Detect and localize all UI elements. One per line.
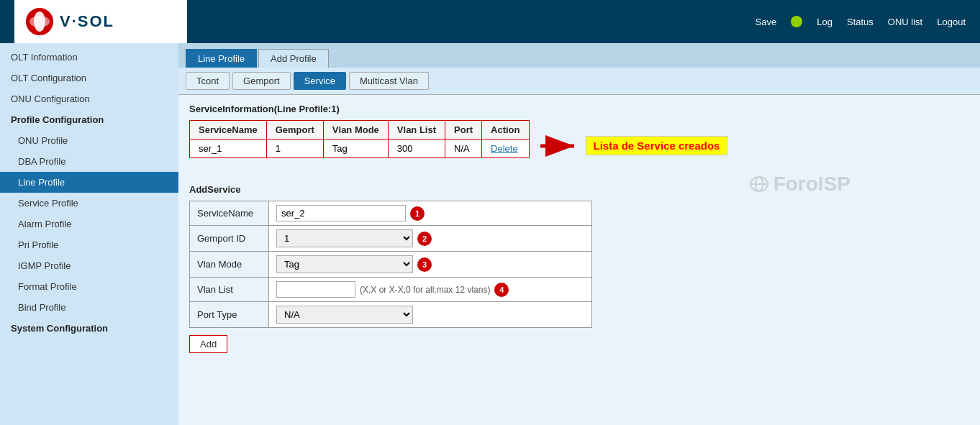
sidebar-item-format-profile[interactable]: Format Profile <box>0 276 178 297</box>
sidebar-item-olt-info[interactable]: OLT Information <box>0 47 178 68</box>
cell-service-name: ser_1 <box>190 140 267 158</box>
logo-area: V·SOL <box>14 0 187 43</box>
sub-tab-bar: Tcont Gemport Service Multicast Vlan <box>178 68 980 95</box>
gemport-id-label: Gemport ID <box>190 226 269 252</box>
table-row: ser_1 1 Tag 300 N/A Delete <box>190 140 530 158</box>
cell-port: N/A <box>445 140 482 158</box>
tab-line-profile[interactable]: Line Profile <box>186 49 257 68</box>
log-link[interactable]: Log <box>817 17 832 27</box>
tab-add-profile[interactable]: Add Profile <box>258 49 329 68</box>
form-row-port-type: Port Type N/A ETH VOIP CATV <box>190 302 592 328</box>
header-right: Save Log Status ONU list Logout <box>187 16 966 27</box>
sidebar-item-service-profile[interactable]: Service Profile <box>0 193 178 214</box>
gemport-id-cell: 1 2 3 4 2 <box>269 226 592 252</box>
sub-tab-gemport[interactable]: Gemport <box>232 72 291 90</box>
add-service-form: ServiceName 1 Gemport ID 1 <box>189 201 592 328</box>
step-badge-1: 1 <box>410 206 425 221</box>
vlan-list-input[interactable] <box>276 281 355 298</box>
sidebar-item-system-config: System Configuration <box>0 318 178 339</box>
port-type-cell: N/A ETH VOIP CATV <box>269 302 592 328</box>
section-info-title: ServiceInformation(Line Profile:1) <box>189 104 969 114</box>
form-row-vlan-mode: Vlan Mode Tag Transparent Translate 3 <box>190 252 592 278</box>
cell-gemport: 1 <box>266 140 323 158</box>
col-gemport: Gemport <box>266 121 323 140</box>
cell-action: Delete <box>482 140 529 158</box>
sidebar-item-onu-config[interactable]: ONU Configuration <box>0 88 178 109</box>
sidebar-item-bind-profile[interactable]: Bind Profile <box>0 297 178 318</box>
form-row-vlan-list: Vlan List (X,X or X-X;0 for all;max 12 v… <box>190 278 592 302</box>
col-port: Port <box>445 121 482 140</box>
service-table: ServiceName Gemport Vlan Mode Vlan List … <box>189 120 530 158</box>
vlan-mode-select[interactable]: Tag Transparent Translate <box>276 255 413 273</box>
top-tab-bar: Line Profile Add Profile <box>178 43 980 68</box>
service-name-input[interactable] <box>276 205 406 221</box>
col-vlan-list: Vlan List <box>388 121 445 140</box>
vlan-mode-cell: Tag Transparent Translate 3 <box>269 252 592 278</box>
col-service-name: ServiceName <box>190 121 267 140</box>
arrow-annotation: Lista de Service creados <box>537 135 728 157</box>
save-button[interactable]: Save <box>756 17 777 27</box>
logo-text: V·SOL <box>60 12 114 31</box>
vlan-list-cell: (X,X or X-X;0 for all;max 12 vlans) 4 <box>269 278 592 302</box>
main-layout: OLT Information OLT Configuration ONU Co… <box>0 43 980 425</box>
status-dot <box>791 16 802 27</box>
gemport-id-select[interactable]: 1 2 3 4 <box>276 229 413 247</box>
port-type-select[interactable]: N/A ETH VOIP CATV <box>276 306 413 324</box>
sub-tab-multicast-vlan[interactable]: Multicast Vlan <box>349 72 429 90</box>
cell-vlan-mode: Tag <box>323 140 388 158</box>
sidebar-item-pri-profile[interactable]: Pri Profile <box>0 234 178 255</box>
step-badge-2: 2 <box>417 232 432 246</box>
service-name-cell: 1 <box>269 201 592 226</box>
add-service-button[interactable]: Add <box>189 335 227 353</box>
col-action: Action <box>482 121 529 140</box>
col-vlan-mode: Vlan Mode <box>323 121 388 140</box>
logout-link[interactable]: Logout <box>937 17 966 27</box>
service-name-label: ServiceName <box>190 201 269 226</box>
vsol-logo-icon <box>25 7 54 36</box>
delete-link[interactable]: Delete <box>491 143 518 154</box>
red-arrow-icon <box>537 135 580 157</box>
sub-tab-tcont[interactable]: Tcont <box>186 72 230 90</box>
sidebar-item-profile-config: Profile Configuration <box>0 109 178 130</box>
content-area: Line Profile Add Profile Tcont Gemport S… <box>178 43 980 425</box>
table-header-row: ServiceName Gemport Vlan Mode Vlan List … <box>190 121 530 140</box>
svg-point-2 <box>30 16 50 27</box>
step-badge-3: 3 <box>417 257 432 272</box>
sidebar-item-igmp-profile[interactable]: IGMP Profile <box>0 255 178 276</box>
table-annotation-row: ServiceName Gemport Vlan Mode Vlan List … <box>189 120 969 171</box>
sidebar-item-line-profile[interactable]: Line Profile <box>0 172 178 193</box>
sidebar-item-alarm-profile[interactable]: Alarm Profile <box>0 214 178 234</box>
vlan-list-hint: (X,X or X-X;0 for all;max 12 vlans) <box>360 285 490 295</box>
port-type-label: Port Type <box>190 302 269 328</box>
vlan-mode-label: Vlan Mode <box>190 252 269 278</box>
sidebar-item-onu-profile[interactable]: ONU Profile <box>0 130 178 151</box>
status-link[interactable]: Status <box>847 17 874 27</box>
service-table-wrapper: ServiceName Gemport Vlan Mode Vlan List … <box>189 120 530 171</box>
annotation-text: Lista de Service creados <box>586 136 728 155</box>
sidebar: OLT Information OLT Configuration ONU Co… <box>0 43 178 425</box>
content-inner: ServiceInformation(Line Profile:1) Servi… <box>178 95 980 362</box>
sub-tab-service[interactable]: Service <box>294 72 346 90</box>
sidebar-item-dba-profile[interactable]: DBA Profile <box>0 151 178 172</box>
sidebar-item-olt-config[interactable]: OLT Configuration <box>0 68 178 88</box>
step-badge-4: 4 <box>494 283 509 297</box>
form-row-service-name: ServiceName 1 <box>190 201 592 226</box>
vlan-list-label: Vlan List <box>190 278 269 302</box>
cell-vlan-list: 300 <box>388 140 445 158</box>
add-service-title: AddService <box>189 184 969 195</box>
onu-list-link[interactable]: ONU list <box>888 17 922 27</box>
header: V·SOL Save Log Status ONU list Logout <box>0 0 980 43</box>
form-row-gemport: Gemport ID 1 2 3 4 2 <box>190 226 592 252</box>
